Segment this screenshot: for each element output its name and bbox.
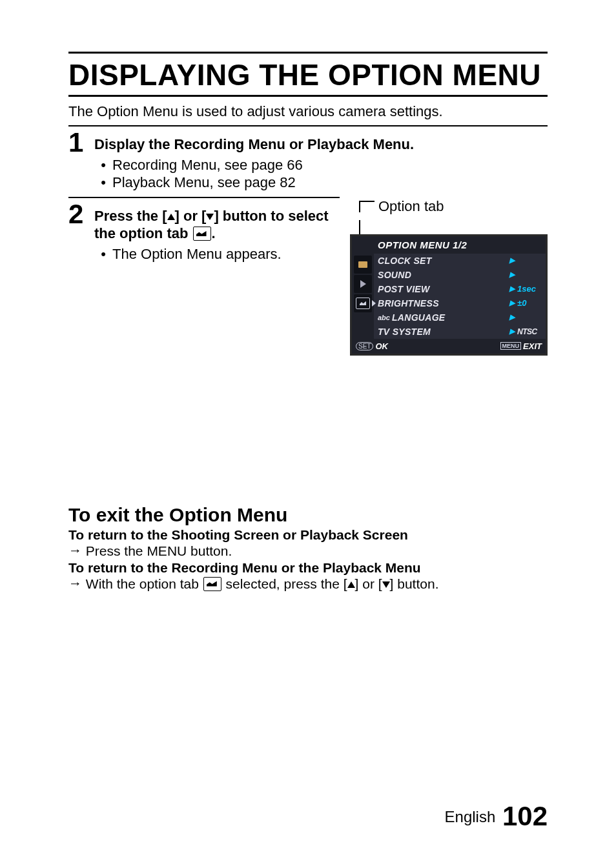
lcd-tab-option [354,294,372,312]
page-title: DISPLAYING THE OPTION MENU [68,57,548,92]
rule-step2 [68,197,340,198]
step-2-bullet-1: • The Option Menu appears. [94,245,338,263]
manual-page: DISPLAYING THE OPTION MENU The Option Me… [0,0,616,868]
exit-sub1-line-text: Press the MENU button. [82,543,232,558]
callout-stem-icon [359,220,360,234]
triangle-up-icon [347,581,355,588]
lcd-item-value: ±0 [517,298,546,308]
option-tab-icon [193,227,211,241]
bullet-dot-icon: • [94,245,112,263]
rule-under-title [68,95,548,97]
arrow-right-icon: ▶ [509,313,515,321]
lcd-body: CLOCK SET ▶ SOUND ▶ POST VIEW ▶ 1s [352,254,546,339]
arrow-right-icon: ▶ [509,285,515,293]
step-2: 2 Press the [] or [] button to select th… [68,202,338,263]
step-2-heading: Press the [] or [] button to select the … [94,207,338,243]
step-2-heading-part2: ] or [ [175,208,207,224]
callout-bracket-icon [359,201,375,212]
play-icon [360,280,366,288]
bullet-dot-icon: • [94,174,112,192]
lcd-row-clock-set: CLOCK SET ▶ [374,254,546,268]
arrow-right-icon: ▶ [509,299,515,307]
lcd-items: CLOCK SET ▶ SOUND ▶ POST VIEW ▶ 1s [374,254,546,339]
exit-heading: To exit the Option Menu [68,504,548,526]
option-menu-figure: Option tab OPTION MENU 1/2 [350,198,548,356]
lcd-item-label: LANGUAGE [392,312,507,323]
selection-triangle-icon [372,300,376,307]
lcd-footer-ok: SET OK [356,341,388,351]
step-2-body: Press the [] or [] button to select the … [94,202,338,263]
exit-sub2-bold: To return to the Recording Menu or the P… [68,560,548,576]
arrow-right-icon: ▶ [509,327,515,336]
step-1-heading: Display the Recording Menu or Playback M… [94,136,548,154]
lcd-screen: OPTION MENU 1/2 CLOCK SET ▶ [350,234,548,356]
step-1-bullets: • Recording Menu, see page 66 • Playback… [94,156,548,192]
set-badge-icon: SET [356,342,373,350]
option-tab-icon [203,577,221,591]
triangle-down-icon [382,581,390,588]
step-2-bullets: • The Option Menu appears. [94,245,338,263]
intro-text: The Option Menu is used to adjust variou… [68,103,548,120]
step-1-bullet-2: • Playback Menu, see page 82 [94,174,548,192]
step-2-wrap: 2 Press the [] or [] button to select th… [68,202,548,356]
menu-badge-icon: MENU [500,342,522,350]
lcd-row-brightness: BRIGHTNESS ▶ ±0 [374,296,546,310]
step-1-bullet-1-text: Recording Menu, see page 66 [112,156,303,174]
step-1-number: 1 [68,129,94,156]
triangle-down-icon [206,214,214,220]
step-2-heading-part1: Press the [ [94,208,167,224]
step-2-heading-part4: . [212,225,216,241]
footer-page-number: 102 [502,801,548,831]
exit-sub2-line-c: ] or [ [355,576,382,591]
lcd-footer-ok-text: OK [375,341,388,351]
option-tab-icon [356,298,370,309]
lcd-tabs [352,254,374,339]
lcd-tab-play [354,275,372,293]
lcd-item-label: POST VIEW [378,284,507,294]
option-tab-callout: Option tab [359,198,548,215]
lcd-row-tv-system: TV SYSTEM ▶ NTSC [374,325,546,339]
lcd-tab-camera [354,256,372,274]
step-1-bullet-2-text: Playback Menu, see page 82 [112,174,296,192]
footer-language: English [445,808,496,825]
arrow-right-icon: ▶ [509,256,515,265]
rule-top [68,52,548,54]
page-footer: English 102 [445,801,548,832]
lcd-footer-exit-text: EXIT [523,341,542,351]
step-2-bullet-1-text: The Option Menu appears. [112,245,282,263]
arrow-right-icon: → [68,576,82,591]
exit-sub1-bold: To return to the Shooting Screen or Play… [68,527,548,543]
lcd-item-label: BRIGHTNESS [378,298,507,308]
rule-step1 [68,125,548,126]
step-2-number: 2 [68,201,94,228]
lcd-row-sound: SOUND ▶ [374,268,546,282]
lcd-item-value: NTSC [517,327,546,336]
lcd-item-label: SOUND [378,270,507,280]
exit-sub1-line: → Press the MENU button. [68,543,548,559]
option-tab-label: Option tab [378,198,444,215]
step-1-bullet-1: • Recording Menu, see page 66 [94,156,548,174]
arrow-right-icon: ▶ [509,270,515,279]
lcd-title: OPTION MENU 1/2 [352,236,546,254]
triangle-up-icon [167,214,175,220]
lcd-item-value: 1sec [517,284,546,294]
lcd-footer: SET OK MENU EXIT [352,339,546,354]
lcd-row-language: abc LANGUAGE ▶ [374,310,546,325]
bullet-dot-icon: • [94,156,112,174]
lcd-item-label: CLOCK SET [378,256,507,266]
exit-sub2-line-d: ] button. [390,576,439,591]
lcd-item-label: TV SYSTEM [378,327,507,337]
exit-sub2-line-a: With the option tab [82,576,203,591]
exit-sub2-line: → With the option tab selected, press th… [68,576,548,592]
lcd-footer-exit: MENU EXIT [500,341,542,351]
arrow-right-icon: → [68,543,82,558]
camera-icon [358,261,367,268]
lcd-row-post-view: POST VIEW ▶ 1sec [374,282,546,296]
exit-sub2-line-b: selected, press the [ [222,576,347,591]
step-1: 1 Display the Recording Menu or Playback… [68,130,548,192]
language-prefix-icon: abc [378,314,390,321]
step-1-body: Display the Recording Menu or Playback M… [94,130,548,192]
